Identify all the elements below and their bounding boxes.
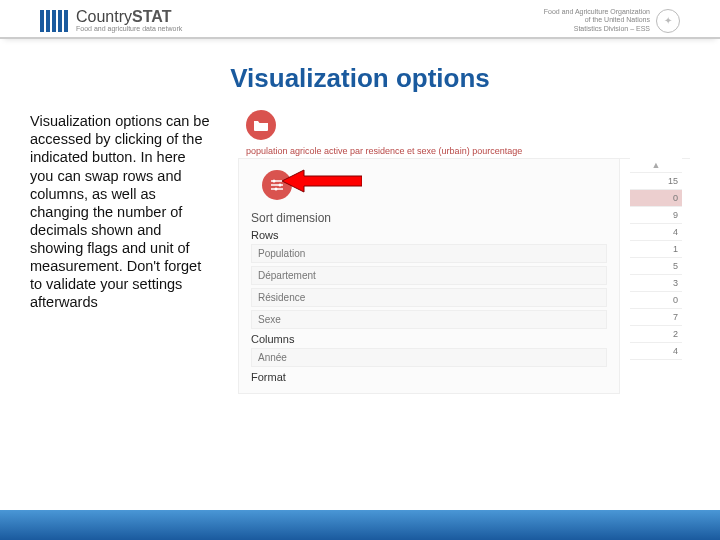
rows-label: Rows [251,229,607,241]
data-cell: 4 [630,224,682,241]
content-area: Visualization options can be accessed by… [0,94,720,444]
fao-line2: of the United Nations [544,16,650,24]
data-cell: 7 [630,309,682,326]
fao-line3: Statistics Division – ESS [544,25,650,33]
fao-emblem-icon: ✦ [656,9,680,33]
columns-label: Columns [251,333,607,345]
callout-arrow [282,168,362,194]
row-item[interactable]: Département [251,266,607,285]
folder-open-icon [253,118,269,132]
brand-sub: Food and agriculture data network [76,25,182,32]
year-header-cell: 15 [630,173,682,190]
svg-marker-3 [282,170,362,192]
row-item[interactable]: Résidence [251,288,607,307]
svg-point-0 [273,180,276,183]
data-cell: 0 [630,190,682,207]
data-cell: 2 [630,326,682,343]
row-item[interactable]: Population [251,244,607,263]
data-column-fragment: ▲ 15 0 9 4 1 5 3 0 7 2 4 [630,158,682,360]
data-cell: 9 [630,207,682,224]
countrystat-logo: CountrySTAT Food and agriculture data ne… [40,9,182,32]
data-cell: 5 [630,258,682,275]
fao-line1: Food and Agriculture Organization [544,8,650,16]
col-item[interactable]: Année [251,348,607,367]
page-title: Visualization options [0,63,720,94]
description-text: Visualization options can be accessed by… [30,104,210,311]
data-cell: 1 [630,241,682,258]
slide-header: CountrySTAT Food and agriculture data ne… [0,0,720,39]
sort-dimension-label: Sort dimension [251,211,607,225]
svg-point-2 [275,188,278,191]
folder-button[interactable] [246,110,276,140]
scroll-up-icon[interactable]: ▲ [630,158,682,173]
logo-bars-icon [40,10,68,32]
footer-bar [0,510,720,540]
data-cell: 0 [630,292,682,309]
fao-block: Food and Agriculture Organization of the… [544,8,680,33]
brand-main: Country [76,8,132,25]
row-item[interactable]: Sexe [251,310,607,329]
format-label: Format [251,371,607,383]
data-cell: 3 [630,275,682,292]
data-cell: 4 [630,343,682,360]
screenshot-panel: population agricole active par residence… [230,104,690,444]
brand-strong: STAT [132,8,171,25]
